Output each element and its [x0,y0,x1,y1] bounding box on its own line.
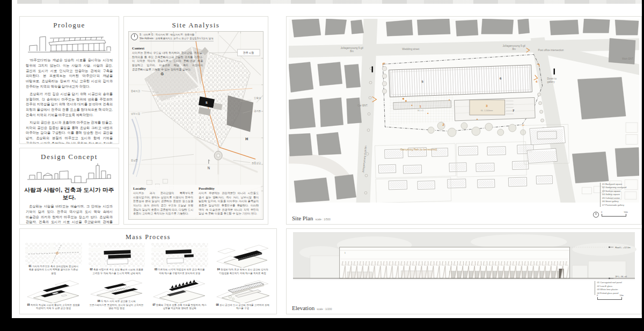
mass-step-6: 06 두 매스 사이 외부 공간을 도시의 오픈스페이스로 조성하며, 전시와 … [89,278,145,312]
site-plan-caption: Site Planscale : 1/500 [292,215,331,221]
site-analysis-map: S 전주 시청 G H N [128,31,264,220]
design-concept-headline: 사람과 사람이, 건축과 도시가 마주보다. [23,186,115,202]
elevation-scalebar: 0 10m [597,297,622,300]
map-north-letter: N [208,166,210,169]
mass-step-2-figure [89,243,145,268]
map-letter-h: H [245,136,248,141]
elevation-caption-text: Elevation [292,305,314,311]
map-callout-right-2: 전동성당 [252,162,261,164]
site-plan-legend: 01 Backyard square 02 Gamyeong courtyard… [600,183,626,207]
street-label-post-office: Post office intersection [538,49,564,52]
mass-step-8: 08 전시 공간과 도시 공간의 관계를 고려하여 전체 매스를 구성 [215,278,272,312]
elevation-caption: Elevationscale : 1/200 [292,305,332,311]
cropped-top-strip [17,0,642,4]
mass-step-1: 01 거리와 마주보는 축과 전라감영의 중심에서 축을 설정하여 도시적 맥락… [25,243,82,277]
screenshot-root: { "prologue": { "title": "Prologue", "p1… [0,0,644,331]
elevation-level-ground: 1F L. GL ±0 [615,275,627,278]
street-label-g5-right-width: 8m [512,48,516,51]
map-city-hall-label: 전주 시청 [243,51,254,55]
elevation-level-roof: Roof L. +12.0m [615,246,631,249]
mass-process-panel: Mass Process 01 거리와 마주보는 축과 전라감영의 중심에서 축… [19,228,277,314]
street-label-main-ent: Main ENT. [622,57,634,60]
map-callout-right-0: 오목대 [254,97,261,99]
possibility-block: Possibility 사이트 주변에는 관람객뿐만 아니라 시민들도 즐겨 찾… [199,186,259,216]
prologue-title: Prologue [20,21,119,30]
mass-step-3: 03 가로와의 시각적 개방성과 외부 공간 확보를 위해 매스를 수평적으로 … [151,243,208,277]
mass-process-grid: 01 거리와 마주보는 축과 전라감영의 중심에서 축을 설정하여 도시적 맥락… [25,243,271,312]
north-and-scalebar: 0 50m [593,212,626,218]
prologue-body: '마주보다'라는 개념은 단순히 서로를 응시하는 시각적 행위에 그치지 않는… [20,57,119,144]
design-concept-paragraph: 초상화는 사람을 바라보는 예술이며, 그 안에는 시간과 기억이 담겨 있다.… [26,204,113,225]
mass-process-title: Mass Process [20,233,276,241]
scale-max: 10m [620,294,624,297]
mass-step-1-figure [25,243,82,264]
design-concept-body: 초상화는 사람을 바라보는 예술이며, 그 안에는 시간과 기억이 담겨 있다.… [20,204,119,225]
prologue-paragraph-1: '마주보다'라는 개념은 단순히 서로를 응시하는 시각적 행위에 그치지 않는… [26,57,113,89]
material-item: 04 Fritted glass panel [597,292,622,296]
prologue-panel: Prologue '마주보다'라는 개념은 단순히 서로를 응시하는 시각적 행… [19,16,119,144]
possibility-heading: Possibility [199,186,259,190]
elevation-drawing: 1 Roof L. +12.0m 1F L. GL ±0 [289,231,639,296]
analysis-footnotes: Locality 사이트는 과거 전라감영의 북쪽부지로 사용되었으며, 현재는… [131,185,261,218]
elevation-materials-legend: 01 Corrugated roof panel 02 Low-E glass … [595,281,622,295]
mass-step-5: 05 지하와 지상의 시선과 동선이 교차하는 접점을 마련하기 위해 두 선큰… [25,278,82,312]
label-down-to-gallery-2: gallery [547,81,555,83]
site-analysis-title: Site Analysis [124,21,268,30]
map-callout-left-1: 남부시장 [131,112,140,114]
site-plan-scale: scale : 1/500 [315,218,330,221]
locality-heading: Locality [133,186,193,190]
scale-bar: 0 50m [602,213,626,217]
plan-gl0-label: GL ± 0 [418,110,423,112]
mass-step-8-figure [215,278,272,303]
material-item: 01 Corrugated roof panel [597,281,622,285]
prologue-paragraph-2: 초상화가 가진 깊은 시선을 담기 위해 시공간의 층위를 분절하며, 각 층위… [26,91,113,118]
mass-step-3-figure [151,243,208,268]
site-plan-drawing: 1 2 3 4 5 6 7 GL ± 0 GL -1,500mm Jollaga… [289,19,639,203]
north-arrow-icon [593,212,599,218]
map-callout-left-2: 풍남문 [131,159,138,162]
site-address-line: Site Address : 전북특별자치도 전주시 완산구 중앙동3가 1번지… [140,37,214,41]
mass-step-7: 07 한옥의 구법과 전통 건축 어휘를 반영하여, 매스 상부를 박공지붕 형… [151,278,208,312]
design-concept-panel: Design Concept 사람과 사람이, 건축과 도시가 마주보다. 초상… [19,148,119,225]
scale-zero: 0 [601,211,602,213]
map-callout-left-0: 풍패지관 [131,90,140,92]
compass-icon [131,33,138,40]
street-label-g5-right: Jollagamyoung 5-gil [502,45,525,47]
label-gamyeong-park: Gamyeong Park (to be restored) [400,148,437,151]
map-letter-g: G [161,71,164,76]
map-callout-right-1: 경기전 [254,110,261,112]
elevation-panel: 1 Roof L. +12.0m 1F L. GL ±0 01 Corrugat… [286,228,642,314]
context-paragraph: 사이트는 전주시 구도심 내에 위치하며, 전라감영, 객사길, 한옥마을 등 … [132,51,203,71]
presentation-board: Prologue '마주보다'라는 개념은 단순히 서로를 응시하는 시각적 행… [12,0,642,318]
elevation-scale: scale : 1/200 [317,307,332,311]
plan-gl15-label: GL -1,500mm [480,110,493,112]
legend-item: 07 Promenade gallery [602,204,626,207]
mass-step-2: 02 축을 바탕으로 주요 진입 동선과 시선의 흐름을 고려한 두 개의 매스… [89,243,145,277]
scale-zero: 0 [597,294,598,297]
context-block: Context 사이트는 전주시 구도심 내에 위치하며, 전라감영, 객사길,… [132,46,203,71]
mass-step-4-figure [215,243,272,268]
street-label-car-ent: Car ENT. [357,104,368,107]
site-plan-caption-text: Site Plan [292,215,313,221]
context-heading: Context [132,46,203,50]
prologue-paragraph-3: 지상의 공간은 도시와 호흡하며 마주보는 관계를 만들고, 지하의 공간은 집… [26,120,113,144]
street-label-wedding: Wedding street [402,48,420,51]
site-analysis-panel: Site Analysis [123,16,268,225]
mass-step-6-figure [89,278,145,300]
map-legend-line: S : 사이트 G : 객사거리 W : 웨딩거리 H : 한옥마을 [140,33,214,37]
site-plan-panel: 1 2 3 4 5 6 7 GL ± 0 GL -1,500mm Jollaga… [286,16,642,225]
street-label-g5-top-width: 8m [350,50,354,53]
mass-step-5-figure [25,278,82,303]
map-site-letter: S [206,101,208,104]
mass-step-4: 04 한정된 대지 조건 속에서 전시 공간의 깊이와 다양성을 확보하기 위해… [215,243,272,277]
mass-step-7-figure [151,278,208,303]
site-analysis-map-header: S : 사이트 G : 객사거리 W : 웨딩거리 H : 한옥마을 Site … [131,33,214,41]
hanok-sketch [25,31,113,55]
skyline-sketch [25,162,113,184]
possibility-paragraph: 사이트 주변에는 관람객뿐만 아니라 시민들도 즐겨 찾는 영화거리, 객사 거… [199,191,259,216]
scale-max: 50m [624,211,628,213]
legend-item: 02 Gamyeong courtyard [602,186,626,190]
locality-paragraph: 사이트는 과거 전라감영의 북쪽부지로 사용되었으며, 현재는 상업지로 이용되… [133,191,193,216]
design-concept-title: Design Concept [20,153,119,161]
label-down-to-gallery-1: Down to [547,77,557,80]
